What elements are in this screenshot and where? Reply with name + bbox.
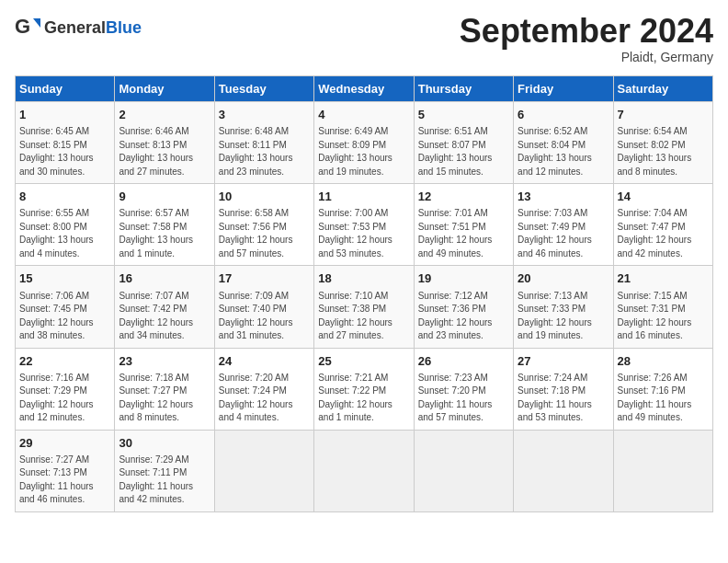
calendar-week-5: 29 Sunrise: 7:27 AMSunset: 7:13 PMDaylig… <box>16 430 713 511</box>
month-title: September 2024 <box>460 15 713 48</box>
calendar-cell: 12 Sunrise: 7:01 AMSunset: 7:51 PMDaylig… <box>414 184 513 266</box>
calendar-cell: 24 Sunrise: 7:20 AMSunset: 7:24 PMDaylig… <box>214 348 313 430</box>
day-number: 26 <box>418 353 509 370</box>
calendar-cell: 25 Sunrise: 7:21 AMSunset: 7:22 PMDaylig… <box>314 348 414 430</box>
day-number: 24 <box>219 353 310 370</box>
col-header-saturday: Saturday <box>613 76 712 102</box>
day-detail: Sunrise: 7:00 AMSunset: 7:53 PMDaylight:… <box>318 207 409 260</box>
calendar-cell: 9 Sunrise: 6:57 AMSunset: 7:58 PMDayligh… <box>115 184 214 266</box>
day-number: 10 <box>219 189 310 205</box>
day-detail: Sunrise: 6:51 AMSunset: 8:07 PMDaylight:… <box>418 125 509 178</box>
day-detail: Sunrise: 7:07 AMSunset: 7:42 PMDaylight:… <box>119 290 210 343</box>
calendar-cell: 17 Sunrise: 7:09 AMSunset: 7:40 PMDaylig… <box>214 266 313 348</box>
day-number: 2 <box>119 107 210 123</box>
col-header-sunday: Sunday <box>16 76 115 102</box>
col-header-thursday: Thursday <box>414 76 513 102</box>
calendar-cell: 21 Sunrise: 7:15 AMSunset: 7:31 PMDaylig… <box>613 266 712 348</box>
day-number: 9 <box>119 189 210 205</box>
day-number: 13 <box>518 189 609 205</box>
day-detail: Sunrise: 6:49 AMSunset: 8:09 PMDaylight:… <box>318 125 409 178</box>
day-detail: Sunrise: 7:01 AMSunset: 7:51 PMDaylight:… <box>418 207 509 260</box>
calendar-cell: 13 Sunrise: 7:03 AMSunset: 7:49 PMDaylig… <box>514 184 613 266</box>
day-detail: Sunrise: 7:13 AMSunset: 7:33 PMDaylight:… <box>518 290 609 343</box>
day-number: 6 <box>518 107 609 123</box>
calendar-cell <box>613 430 712 511</box>
col-header-wednesday: Wednesday <box>314 76 414 102</box>
col-header-tuesday: Tuesday <box>214 76 313 102</box>
day-detail: Sunrise: 7:26 AMSunset: 7:16 PMDaylight:… <box>618 372 709 425</box>
day-number: 19 <box>418 270 509 287</box>
svg-marker-1 <box>33 18 40 28</box>
calendar-cell: 18 Sunrise: 7:10 AMSunset: 7:38 PMDaylig… <box>314 266 414 348</box>
day-detail: Sunrise: 7:09 AMSunset: 7:40 PMDaylight:… <box>219 290 310 343</box>
location: Plaidt, Germany <box>460 50 713 64</box>
day-detail: Sunrise: 7:27 AMSunset: 7:13 PMDaylight:… <box>19 454 110 507</box>
day-detail: Sunrise: 6:45 AMSunset: 8:15 PMDaylight:… <box>19 125 110 178</box>
calendar-cell: 28 Sunrise: 7:26 AMSunset: 7:16 PMDaylig… <box>613 348 712 430</box>
calendar-cell: 10 Sunrise: 6:58 AMSunset: 7:56 PMDaylig… <box>214 184 313 266</box>
calendar-cell: 1 Sunrise: 6:45 AMSunset: 8:15 PMDayligh… <box>16 102 115 184</box>
day-number: 12 <box>418 189 509 205</box>
calendar-cell <box>414 430 513 511</box>
day-detail: Sunrise: 7:15 AMSunset: 7:31 PMDaylight:… <box>618 290 709 343</box>
day-detail: Sunrise: 6:57 AMSunset: 7:58 PMDaylight:… <box>119 207 210 260</box>
day-number: 3 <box>219 107 310 123</box>
calendar-cell: 19 Sunrise: 7:12 AMSunset: 7:36 PMDaylig… <box>414 266 513 348</box>
calendar-cell: 29 Sunrise: 7:27 AMSunset: 7:13 PMDaylig… <box>16 430 115 511</box>
calendar-cell: 8 Sunrise: 6:55 AMSunset: 8:00 PMDayligh… <box>16 184 115 266</box>
day-number: 28 <box>618 353 709 370</box>
day-detail: Sunrise: 7:29 AMSunset: 7:11 PMDaylight:… <box>119 454 210 507</box>
day-detail: Sunrise: 7:04 AMSunset: 7:47 PMDaylight:… <box>618 207 709 260</box>
calendar-cell <box>214 430 313 511</box>
calendar-cell: 11 Sunrise: 7:00 AMSunset: 7:53 PMDaylig… <box>314 184 414 266</box>
day-detail: Sunrise: 6:46 AMSunset: 8:13 PMDaylight:… <box>119 125 210 178</box>
day-detail: Sunrise: 7:20 AMSunset: 7:24 PMDaylight:… <box>219 372 310 425</box>
day-detail: Sunrise: 6:58 AMSunset: 7:56 PMDaylight:… <box>219 207 310 260</box>
calendar-week-3: 15 Sunrise: 7:06 AMSunset: 7:45 PMDaylig… <box>16 266 713 348</box>
logo-general: General <box>44 18 106 37</box>
col-header-friday: Friday <box>514 76 613 102</box>
day-number: 22 <box>19 353 110 370</box>
calendar-cell: 7 Sunrise: 6:54 AMSunset: 8:02 PMDayligh… <box>613 102 712 184</box>
day-number: 23 <box>119 353 210 370</box>
day-number: 20 <box>518 270 609 287</box>
day-detail: Sunrise: 6:55 AMSunset: 8:00 PMDaylight:… <box>19 207 110 260</box>
calendar-week-1: 1 Sunrise: 6:45 AMSunset: 8:15 PMDayligh… <box>16 102 713 184</box>
day-number: 30 <box>119 435 210 452</box>
calendar-cell: 16 Sunrise: 7:07 AMSunset: 7:42 PMDaylig… <box>115 266 214 348</box>
calendar-cell: 3 Sunrise: 6:48 AMSunset: 8:11 PMDayligh… <box>214 102 313 184</box>
calendar-week-4: 22 Sunrise: 7:16 AMSunset: 7:29 PMDaylig… <box>16 348 713 430</box>
day-detail: Sunrise: 6:48 AMSunset: 8:11 PMDaylight:… <box>219 125 310 178</box>
calendar-cell: 2 Sunrise: 6:46 AMSunset: 8:13 PMDayligh… <box>115 102 214 184</box>
day-number: 29 <box>19 435 110 452</box>
day-number: 27 <box>518 353 609 370</box>
day-detail: Sunrise: 7:24 AMSunset: 7:18 PMDaylight:… <box>518 372 609 425</box>
logo-blue: Blue <box>106 18 142 37</box>
calendar-cell <box>514 430 613 511</box>
title-area: September 2024 Plaidt, Germany <box>460 15 713 64</box>
day-number: 11 <box>318 189 409 205</box>
day-number: 7 <box>618 107 709 123</box>
header-row: SundayMondayTuesdayWednesdayThursdayFrid… <box>16 76 713 102</box>
calendar-cell: 26 Sunrise: 7:23 AMSunset: 7:20 PMDaylig… <box>414 348 513 430</box>
calendar-cell: 30 Sunrise: 7:29 AMSunset: 7:11 PMDaylig… <box>115 430 214 511</box>
calendar-cell: 4 Sunrise: 6:49 AMSunset: 8:09 PMDayligh… <box>314 102 414 184</box>
calendar-cell: 20 Sunrise: 7:13 AMSunset: 7:33 PMDaylig… <box>514 266 613 348</box>
logo-icon: G <box>15 15 40 40</box>
svg-text:G: G <box>15 15 30 38</box>
day-number: 4 <box>318 107 409 123</box>
calendar-week-2: 8 Sunrise: 6:55 AMSunset: 8:00 PMDayligh… <box>16 184 713 266</box>
day-number: 18 <box>318 270 409 287</box>
day-detail: Sunrise: 6:52 AMSunset: 8:04 PMDaylight:… <box>518 125 609 178</box>
day-detail: Sunrise: 7:12 AMSunset: 7:36 PMDaylight:… <box>418 290 509 343</box>
day-number: 14 <box>618 189 709 205</box>
calendar-cell: 22 Sunrise: 7:16 AMSunset: 7:29 PMDaylig… <box>16 348 115 430</box>
page-header: G GeneralBlue September 2024 Plaidt, Ger… <box>15 15 713 64</box>
day-number: 21 <box>618 270 709 287</box>
day-detail: Sunrise: 7:23 AMSunset: 7:20 PMDaylight:… <box>418 372 509 425</box>
day-number: 25 <box>318 353 409 370</box>
day-number: 8 <box>19 189 110 205</box>
day-number: 16 <box>119 270 210 287</box>
calendar-cell: 14 Sunrise: 7:04 AMSunset: 7:47 PMDaylig… <box>613 184 712 266</box>
calendar-cell: 15 Sunrise: 7:06 AMSunset: 7:45 PMDaylig… <box>16 266 115 348</box>
